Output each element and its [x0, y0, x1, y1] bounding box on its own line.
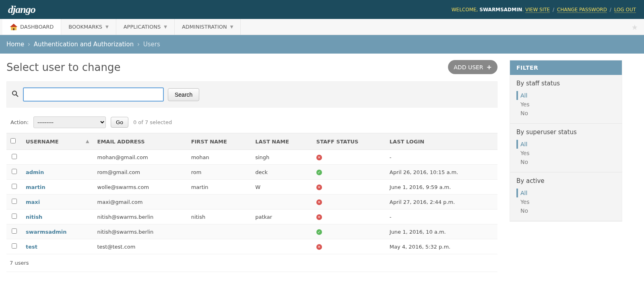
logout-link[interactable]: LOG OUT	[614, 7, 636, 13]
breadcrumb-current: Users	[143, 41, 160, 48]
filter-option-link[interactable]: No	[520, 159, 528, 165]
nav-administration[interactable]: ADMINISTRATION ▼	[175, 19, 241, 35]
filter-option-link[interactable]: All	[520, 141, 527, 147]
table-row: testtest@test.com✕May 4, 2016, 5:32 p.m.	[6, 239, 497, 254]
results-table: USERNAME▲ EMAIL ADDRESS FIRST NAME LAST …	[6, 133, 497, 254]
sort-asc-icon: ▲	[86, 139, 89, 144]
star-icon[interactable]: ★	[632, 23, 638, 31]
cell-last-login: June 1, 2016, 10 a.m.	[386, 224, 497, 239]
cell-last-login: June 1, 2016, 9:59 a.m.	[386, 180, 497, 195]
filter-option-link[interactable]: Yes	[520, 101, 530, 108]
cell-last-login: April 27, 2016, 2:44 p.m.	[386, 195, 497, 210]
cell-last_name	[251, 224, 312, 239]
filter-option-link[interactable]: Yes	[520, 150, 530, 156]
column-last-name[interactable]: LAST NAME	[251, 133, 312, 150]
filter-options: AllYesNo	[516, 140, 615, 166]
cell-username	[22, 150, 93, 165]
search-input[interactable]	[23, 87, 164, 102]
search-icon	[12, 90, 19, 99]
cell-username: nitish	[22, 210, 93, 224]
selection-counter: 0 of 7 selected	[133, 119, 172, 125]
table-row: nitishnitish@swarms.berlinnitishpatkar✕-	[6, 210, 497, 224]
row-checkbox[interactable]	[12, 228, 17, 234]
username-link[interactable]: martin	[26, 184, 45, 190]
cell-last-login: -	[386, 210, 497, 224]
nav-bookmarks[interactable]: BOOKMARKS ▼	[61, 19, 116, 35]
row-checkbox[interactable]	[12, 214, 17, 219]
cell-email: rom@gmail.com	[93, 165, 187, 180]
cell-staff-status: ✕	[312, 239, 386, 254]
filter-option: Yes	[516, 197, 615, 206]
cell-username: swarmsadmin	[22, 224, 93, 239]
row-checkbox[interactable]	[12, 154, 17, 159]
cell-last_name: patkar	[251, 210, 312, 224]
username-link[interactable]: nitish	[26, 214, 42, 220]
go-button[interactable]: Go	[111, 117, 128, 128]
filter-group: By staff statusAllYesNo	[510, 75, 622, 124]
column-last-login[interactable]: LAST LOGIN	[386, 133, 497, 150]
row-checkbox[interactable]	[12, 169, 17, 174]
username-link[interactable]: test	[26, 244, 37, 250]
table-row: maximaxi@gmail.com✕April 27, 2016, 2:44 …	[6, 195, 497, 210]
cross-icon: ✕	[316, 155, 322, 160]
row-checkbox[interactable]	[12, 184, 17, 189]
cell-email: mohan@gmail.com	[93, 150, 187, 165]
cell-first_name	[187, 195, 252, 210]
welcome-text: WELCOME,	[452, 7, 478, 12]
breadcrumb-home[interactable]: Home	[6, 41, 24, 48]
filter-option-link[interactable]: All	[520, 92, 527, 99]
breadcrumb-separator: ›	[28, 41, 30, 48]
filter-option: No	[516, 109, 615, 118]
row-checkbox[interactable]	[12, 199, 17, 204]
table-row: martinwolle@swarms.commartinW✕June 1, 20…	[6, 180, 497, 195]
username-link[interactable]: maxi	[26, 199, 40, 205]
column-username[interactable]: USERNAME▲	[22, 133, 93, 150]
user-tools: WELCOME, SWARMSADMIN. VIEW SITE / CHANGE…	[452, 7, 636, 12]
action-label: Action:	[10, 119, 29, 125]
filter-option-link[interactable]: No	[520, 207, 528, 214]
cross-icon: ✕	[316, 185, 322, 190]
home-icon	[10, 23, 18, 31]
action-row: Action: --------- Go 0 of 7 selected	[6, 116, 497, 133]
username-link[interactable]: admin	[26, 169, 44, 175]
nav-applications-label: APPLICATIONS	[124, 24, 161, 30]
cell-last_name: deck	[251, 165, 312, 180]
filter-option: All	[516, 189, 615, 197]
select-all-checkbox[interactable]	[10, 138, 16, 143]
check-icon: ✓	[316, 170, 322, 175]
filter-group: By activeAllYesNo	[510, 172, 622, 221]
view-site-link[interactable]: VIEW SITE	[525, 7, 550, 13]
plus-icon: +	[487, 63, 492, 71]
chevron-down-icon: ▼	[164, 25, 167, 29]
change-password-link[interactable]: CHANGE PASSWORD	[557, 7, 607, 13]
cell-last_name: W	[251, 180, 312, 195]
column-email[interactable]: EMAIL ADDRESS	[93, 133, 187, 150]
nav-bar: DASHBOARD BOOKMARKS ▼ APPLICATIONS ▼ ADM…	[0, 19, 644, 35]
cell-email: nitish@swarms.berlin	[93, 210, 187, 224]
add-user-button-label: ADD USER	[454, 64, 483, 71]
nav-dashboard[interactable]: DASHBOARD	[2, 19, 61, 35]
filter-option-link[interactable]: Yes	[520, 199, 530, 205]
cell-last-login: May 4, 2016, 5:32 p.m.	[386, 239, 497, 254]
column-first-name[interactable]: FIRST NAME	[187, 133, 252, 150]
breadcrumb-auth[interactable]: Authentication and Authorization	[34, 41, 134, 48]
cell-first_name: nitish	[187, 210, 252, 224]
action-select[interactable]: ---------	[33, 116, 106, 128]
filter-group-label: By superuser status	[516, 129, 615, 136]
nav-applications[interactable]: APPLICATIONS ▼	[116, 19, 175, 35]
filter-option-link[interactable]: No	[520, 110, 528, 116]
username-link[interactable]: swarmsadmin	[26, 229, 67, 235]
filter-title: FILTER	[510, 60, 622, 75]
cell-staff-status: ✕	[312, 210, 386, 224]
add-user-button[interactable]: ADD USER +	[448, 60, 497, 74]
row-checkbox[interactable]	[12, 243, 17, 249]
cell-username: martin	[22, 180, 93, 195]
filter-option: No	[516, 158, 615, 166]
column-staff-status[interactable]: STAFF STATUS	[312, 133, 386, 150]
nav-dashboard-label: DASHBOARD	[20, 24, 54, 30]
cell-username: maxi	[22, 195, 93, 210]
cell-last-login: -	[386, 150, 497, 165]
table-row: adminrom@gmail.comromdeck✓April 26, 2016…	[6, 165, 497, 180]
search-button[interactable]: Search	[168, 88, 199, 101]
filter-option-link[interactable]: All	[520, 190, 527, 196]
